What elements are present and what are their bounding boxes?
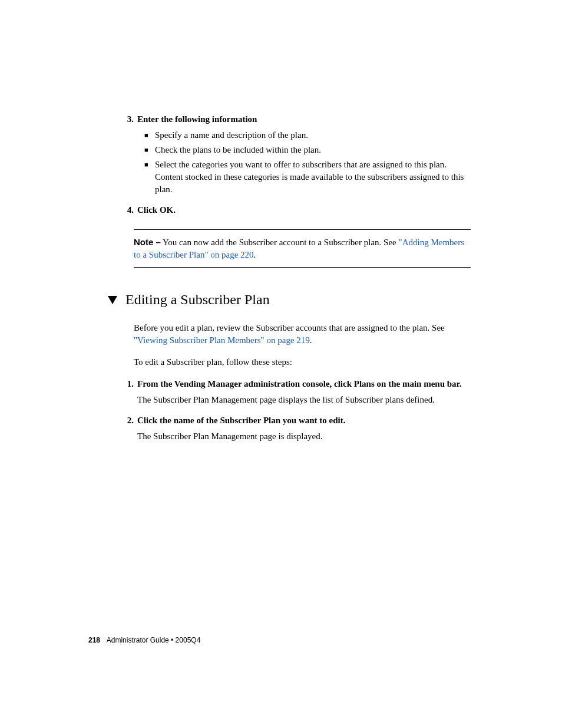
intro-before: Before you edit a plan, review the Subsc… <box>134 323 445 332</box>
note-label: Note – <box>134 237 161 247</box>
section-step-2-number: 2. <box>121 414 134 427</box>
step-3: 3. Enter the following information ■ Spe… <box>91 113 471 196</box>
bullet-text: Check the plans to be included within th… <box>155 144 471 156</box>
bullet-icon: ■ <box>144 131 155 140</box>
note-text-after: . <box>254 250 256 259</box>
step-3-bullets: ■ Specify a name and description of the … <box>144 129 471 196</box>
section-step-2: 2. Click the name of the Subscriber Plan… <box>91 414 471 443</box>
step-3-number: 3. <box>121 113 134 126</box>
section-step-2-body: The Subscriber Plan Management page is d… <box>137 430 471 443</box>
section-step-1-text: From the Vending Manager administration … <box>137 378 462 390</box>
step-4-number: 4. <box>121 204 134 216</box>
bullet-icon: ■ <box>144 146 155 154</box>
section-lead: To edit a Subscriber plan, follow these … <box>134 356 471 368</box>
section-heading: Editing a Subscriber Plan <box>108 290 471 310</box>
step-3-text: Enter the following information <box>137 113 257 126</box>
triangle-down-icon <box>108 296 117 304</box>
intro-link[interactable]: "Viewing Subscriber Plan Members" on pag… <box>134 335 310 345</box>
section-step-2-text: Click the name of the Subscriber Plan yo… <box>137 414 345 427</box>
note-text-before: You can now add the Subscriber account t… <box>161 238 399 247</box>
step-4: 4. Click OK. <box>91 204 471 216</box>
note-box: Note – You can now add the Subscriber ac… <box>134 229 471 268</box>
section-step-1: 1. From the Vending Manager administrati… <box>91 378 471 406</box>
step-4-text: Click OK. <box>137 204 176 216</box>
intro-after: . <box>310 335 312 345</box>
page-content: 3. Enter the following information ■ Spe… <box>0 0 562 443</box>
section-step-1-number: 1. <box>121 378 134 390</box>
bullet-item: ■ Specify a name and description of the … <box>144 129 471 141</box>
section-title: Editing a Subscriber Plan <box>125 290 270 310</box>
footer-doc-title: Administrator Guide • 2005Q4 <box>107 636 201 644</box>
page-number: 218 <box>88 636 100 644</box>
bullet-text: Specify a name and description of the pl… <box>155 129 471 141</box>
bullet-item: ■ Select the categories you want to offe… <box>144 159 471 196</box>
section-step-1-body: The Subscriber Plan Management page disp… <box>137 394 471 406</box>
bullet-icon: ■ <box>144 160 155 169</box>
bullet-text: Select the categories you want to offer … <box>155 159 471 196</box>
bullet-item: ■ Check the plans to be included within … <box>144 144 471 156</box>
page-footer: 218 Administrator Guide • 2005Q4 <box>88 635 200 645</box>
section-intro: Before you edit a plan, review the Subsc… <box>134 322 471 347</box>
